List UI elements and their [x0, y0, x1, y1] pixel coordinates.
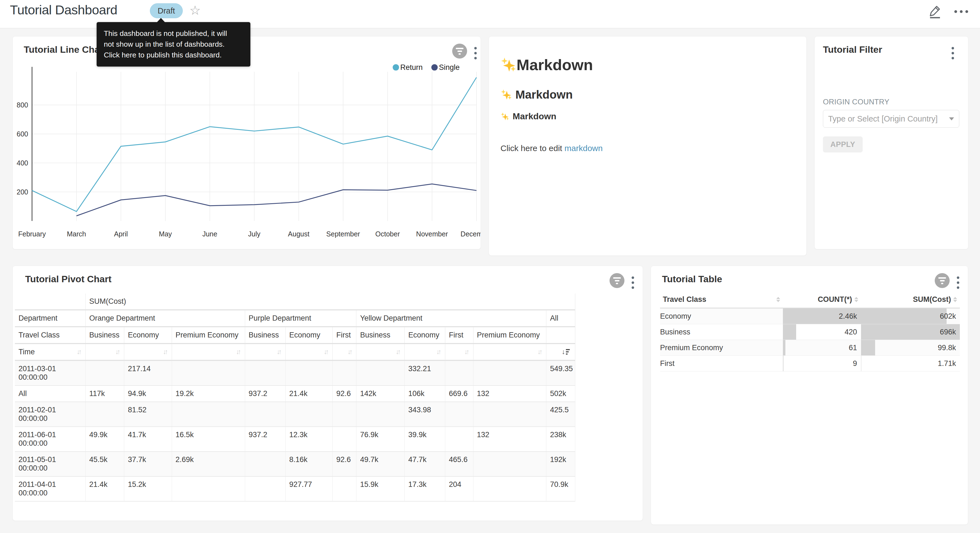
markdown-h2-text: Markdown [515, 88, 573, 101]
line-chart-kebab-icon[interactable] [473, 46, 478, 61]
pivot-cell: 192k [546, 452, 575, 476]
apply-button[interactable]: APPLY [823, 136, 863, 152]
sort-icon[interactable]: ↓↑ [115, 348, 120, 356]
pivot-chart-kebab-icon[interactable] [630, 275, 635, 290]
table-card: Tutorial Table Travel ClassCOUNT(*)SUM(C… [651, 266, 968, 525]
markdown-edit-link[interactable]: markdown [565, 144, 603, 153]
tooltip-line: not show up in the list of dashboards. [104, 39, 243, 50]
dashboard-menu-button[interactable] [953, 4, 969, 19]
series-line-single[interactable] [76, 184, 476, 216]
table-sort-control[interactable]: Travel Class [663, 295, 780, 304]
pivot-cell [332, 476, 356, 501]
origin-country-select[interactable]: Type or Select [Origin Country] [823, 110, 959, 128]
pivot-cell [473, 452, 546, 476]
value-cell: 602k [861, 308, 960, 324]
value-cell: 99.8k [861, 340, 960, 356]
pivot-data-row: All117k94.9k19.2k937.221.4k92.6142k106k6… [15, 386, 575, 402]
sort-icon[interactable]: ↓↑ [76, 348, 82, 356]
proportion-bar [783, 324, 796, 340]
pivot-cell: 94.9k [124, 386, 172, 402]
pivot-cell: 49.9k [86, 427, 124, 452]
pivot-row-label: 2011-02-0100:00:00 [15, 402, 86, 427]
y-axis-tick-label: 600 [17, 130, 28, 138]
pivot-cell [245, 361, 285, 386]
pivot-cell: 332.21 [404, 361, 445, 386]
table-sort-control[interactable]: SUM(Cost) [864, 295, 957, 304]
pivot-class-header: Economy [124, 327, 172, 343]
table-row: Economy2.46k602k [660, 308, 960, 324]
pivot-sort-cell: ↓↑ [473, 343, 546, 361]
x-axis-tick-label: December [460, 230, 480, 238]
table-card-kebab-icon[interactable] [956, 275, 960, 290]
sort-icon[interactable]: ↓↑ [396, 348, 401, 356]
legend-item-single[interactable]: Single [431, 63, 460, 72]
filter-card-kebab-icon[interactable] [950, 46, 955, 61]
pivot-class-header [546, 327, 575, 343]
legend-item-return[interactable]: Return [393, 63, 423, 72]
select-placeholder: Type or Select [Origin Country] [828, 114, 949, 123]
edit-dashboard-button[interactable] [928, 4, 943, 19]
pivot-class-header: Economy [404, 327, 445, 343]
sort-icon[interactable]: ↓↑ [537, 348, 542, 356]
sparkles-icon [501, 57, 517, 73]
favorite-star-icon[interactable]: ☆ [189, 3, 201, 18]
pivot-class-header: First [445, 327, 473, 343]
pivot-cell: 70.9k [546, 476, 575, 501]
pivot-cell: 132 [473, 386, 546, 402]
sort-icon[interactable]: ↓↑ [347, 348, 353, 356]
applied-filter-icon[interactable] [609, 273, 624, 288]
x-axis-tick-label: October [375, 230, 400, 238]
x-axis-tick-label: May [159, 230, 172, 238]
line-chart-title: Tutorial Line Chart [24, 44, 107, 55]
pivot-cell: 937.2 [245, 386, 285, 402]
draft-badge[interactable]: Draft [150, 3, 183, 18]
pivot-class-header: First [332, 327, 356, 343]
sort-icon[interactable]: ↓↑ [277, 348, 282, 356]
pivot-cell [473, 361, 546, 386]
sort-icon[interactable]: ↓↑ [465, 348, 469, 356]
pivot-cell: 21.4k [285, 386, 332, 402]
pivot-data-row: 2011-02-0100:00:0081.52343.98425.5 [15, 402, 575, 427]
sort-caret-icon [953, 297, 957, 302]
pivot-cell [332, 427, 356, 452]
pivot-group-header: Orange Department [86, 310, 245, 327]
applied-filter-icon[interactable] [935, 273, 950, 288]
pencil-icon [928, 5, 942, 19]
pivot-row-label: 2011-06-0100:00:00 [15, 427, 86, 452]
markdown-paragraph-text: Click here to edit [501, 144, 565, 153]
pivot-sort-cell: ↓↑ [124, 343, 172, 361]
pivot-group-header: All [546, 310, 575, 327]
sort-icon[interactable]: ↓↑ [436, 348, 441, 356]
table-sort-control[interactable]: COUNT(*) [786, 295, 858, 304]
pivot-cell: 927.77 [285, 476, 332, 501]
pivot-sort-cell: ↓↑ [445, 343, 473, 361]
table-header-row: Travel ClassCOUNT(*)SUM(Cost) [660, 291, 960, 308]
pivot-cell: 117k [86, 386, 124, 402]
pivot-row-label: All [15, 386, 86, 402]
pivot-sort-cell: ↓↑ [172, 343, 245, 361]
sort-icon[interactable]: ↓↑ [163, 348, 168, 356]
pivot-group-header: Yellow Department [356, 310, 546, 327]
pivot-cell: 549.35 [546, 361, 575, 386]
pivot-metric-header: SUM(Cost) [86, 294, 575, 310]
y-axis-tick-label: 200 [17, 188, 28, 196]
pivot-cell: 45.5k [86, 452, 124, 476]
pivot-class-header: Premium Economy [172, 327, 245, 343]
line-chart[interactable]: 200400600800FebruaryMarchAprilMayJuneJul… [13, 61, 480, 249]
pivot-cell: 92.6 [332, 386, 356, 402]
sort-icon[interactable]: ↓↑ [323, 348, 329, 356]
pivot-cell: 76.9k [356, 427, 405, 452]
pivot-cell [445, 361, 473, 386]
sort-icon[interactable]: ↓↑ [236, 348, 241, 356]
sort-icon[interactable]: ↓ [562, 348, 572, 356]
legend-dot [393, 64, 399, 71]
pivot-data-row: 2011-03-0100:00:00217.14332.21549.35 [15, 361, 575, 386]
pivot-sort-cell: ↓↑ [86, 343, 124, 361]
pivot-class-row: Travel ClassBusinessEconomyPremium Econo… [15, 327, 575, 343]
filter-card-title: Tutorial Filter [823, 44, 882, 55]
table-row: Premium Economy6199.8k [660, 340, 960, 356]
value-cell: 420 [783, 324, 861, 340]
pivot-class-header: Business [356, 327, 405, 343]
pivot-sort-row: Time↓↑↓↑↓↑↓↑↓↑↓↑↓↑↓↑↓↑↓↑↓↑↓ [15, 343, 575, 361]
applied-filter-icon[interactable] [452, 44, 467, 59]
